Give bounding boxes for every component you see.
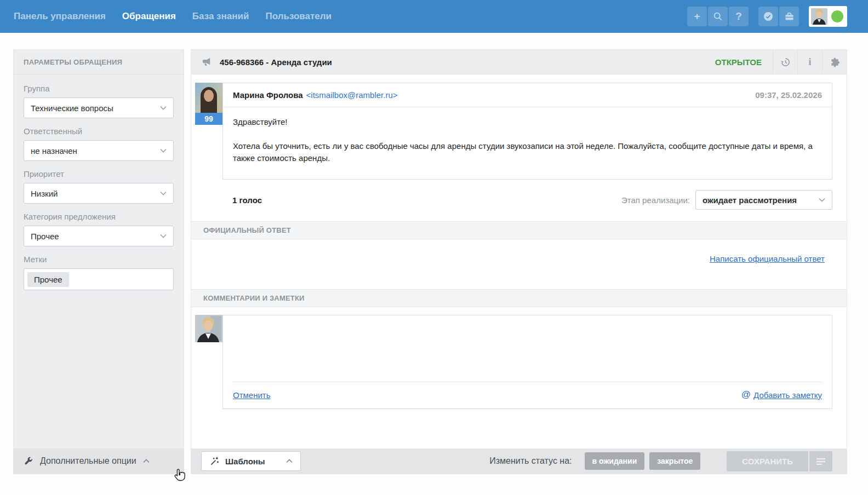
status-pending-button[interactable]: в ожидании bbox=[585, 452, 645, 470]
message-timestamp: 09:37, 25.02.2026 bbox=[755, 90, 822, 100]
sidebar-fields: Группа Технические вопросы Ответственный… bbox=[14, 74, 184, 448]
tags-label: Метки bbox=[24, 255, 174, 264]
chevron-up-icon bbox=[143, 459, 150, 463]
online-status-dot bbox=[831, 10, 843, 22]
comments-header: КОММЕНТАРИИ И ЗАМЕТКИ bbox=[191, 289, 847, 307]
agent-avatar-block bbox=[195, 315, 222, 409]
write-official-answer-link[interactable]: Написать официальный ответ bbox=[710, 254, 825, 263]
chevron-up-icon bbox=[286, 459, 293, 463]
new-comment: Отменить @ Добавить заметку bbox=[191, 307, 847, 409]
message-author-email[interactable]: <itsmailbox@rambler.ru> bbox=[306, 90, 398, 100]
votes-count: 1 голос bbox=[232, 195, 262, 205]
message-greeting: Здравствуйте! bbox=[233, 116, 822, 128]
tag-chip[interactable]: Прочее bbox=[27, 272, 69, 287]
ticket-body: 99 Марина Фролова <itsmailbox@rambler.ru… bbox=[191, 74, 847, 448]
comment-editor-card: Отменить @ Добавить заметку bbox=[222, 315, 832, 409]
ticket-footer-bar: Шаблоны Изменить статус на: в ожидании з… bbox=[191, 448, 847, 474]
category-label: Категория предложения bbox=[24, 212, 174, 221]
chevron-down-icon bbox=[160, 234, 167, 238]
content-area: ПАРАМЕТРЫ ОБРАЩЕНИЯ Группа Технические в… bbox=[0, 33, 868, 474]
history-button[interactable] bbox=[773, 50, 797, 74]
customer-avatar-block: 99 bbox=[195, 83, 222, 180]
approvals-button[interactable] bbox=[758, 7, 778, 26]
integrations-button[interactable] bbox=[822, 50, 847, 74]
priority-value: Низкий bbox=[31, 189, 58, 198]
additional-options-toggle[interactable]: Дополнительные опции bbox=[14, 448, 184, 474]
user-menu[interactable] bbox=[809, 6, 847, 27]
message-header: Марина Фролова <itsmailbox@rambler.ru> 0… bbox=[223, 83, 832, 107]
workspace-button[interactable] bbox=[779, 7, 799, 26]
ticket-count-badge: 99 bbox=[195, 113, 222, 125]
stage-value: ожидает рассмотрения bbox=[703, 195, 797, 205]
stage-control: Этап реализации: ожидает рассмотрения bbox=[621, 190, 832, 210]
question-icon: ? bbox=[735, 10, 742, 22]
category-value: Прочее bbox=[31, 232, 59, 241]
message-text: Хотела бы уточнить, есть ли у вас свобод… bbox=[233, 140, 822, 164]
ticket-header: 456-968366 - Аренда студии ОТКРЫТОЕ i bbox=[191, 50, 847, 74]
puzzle-icon bbox=[830, 57, 840, 67]
main-nav: Панель управления Обращения База знаний … bbox=[14, 11, 332, 22]
additional-options-label: Дополнительные опции bbox=[40, 456, 136, 466]
assignee-value: не назначен bbox=[31, 146, 77, 156]
status-change-group: Изменить статус на: в ожидании закрытое … bbox=[489, 451, 832, 471]
nav-dashboard[interactable]: Панель управления bbox=[14, 11, 106, 22]
search-button[interactable] bbox=[708, 7, 728, 26]
nav-users[interactable]: Пользователи bbox=[265, 11, 332, 22]
templates-label: Шаблоны bbox=[225, 457, 265, 466]
megaphone-icon bbox=[201, 56, 213, 68]
helpdesk-app: Панель управления Обращения База знаний … bbox=[0, 0, 868, 495]
templates-button[interactable]: Шаблоны bbox=[201, 451, 301, 471]
votes-row: 1 голос Этап реализации: ожидает рассмот… bbox=[191, 180, 847, 210]
stage-select[interactable]: ожидает рассмотрения bbox=[695, 190, 832, 210]
agent-avatar bbox=[195, 315, 222, 342]
assignee-label: Ответственный bbox=[24, 126, 174, 136]
ticket-panel: 456-968366 - Аренда студии ОТКРЫТОЕ i bbox=[191, 49, 847, 474]
status-closed-button[interactable]: закрытое bbox=[649, 452, 700, 470]
help-button[interactable]: ? bbox=[729, 7, 749, 26]
user-avatar bbox=[811, 8, 827, 25]
stage-label: Этап реализации: bbox=[621, 195, 690, 205]
at-icon: @ bbox=[741, 389, 751, 400]
change-status-label: Изменить статус на: bbox=[489, 456, 572, 466]
add-note-label: Добавить заметку bbox=[753, 390, 822, 400]
comment-textarea[interactable] bbox=[223, 315, 832, 382]
history-icon bbox=[780, 57, 791, 67]
priority-select[interactable]: Низкий bbox=[24, 183, 174, 204]
save-button[interactable]: СОХРАНИТЬ bbox=[727, 451, 808, 471]
message-card: Марина Фролова <itsmailbox@rambler.ru> 0… bbox=[222, 83, 832, 180]
chevron-down-icon bbox=[160, 191, 167, 195]
hamburger-icon bbox=[816, 457, 826, 465]
comment-actions: Отменить @ Добавить заметку bbox=[223, 382, 832, 408]
category-select[interactable]: Прочее bbox=[24, 226, 174, 246]
assignee-select[interactable]: не назначен bbox=[24, 140, 174, 161]
nav-tickets[interactable]: Обращения bbox=[122, 11, 176, 22]
tags-input[interactable]: Прочее bbox=[24, 268, 174, 290]
message-body: Здравствуйте! Хотела бы уточнить, есть л… bbox=[223, 107, 832, 179]
chevron-down-icon bbox=[819, 198, 825, 202]
magic-wand-icon bbox=[209, 456, 220, 467]
info-icon: i bbox=[808, 56, 811, 68]
add-note-link[interactable]: @ Добавить заметку bbox=[741, 389, 822, 400]
chevron-down-icon bbox=[160, 148, 167, 153]
search-icon bbox=[713, 11, 723, 21]
nav-knowledge-base[interactable]: База знаний bbox=[192, 11, 249, 22]
priority-label: Приоритет bbox=[24, 169, 174, 179]
wrench-icon bbox=[24, 456, 33, 466]
sidebar-title: ПАРАМЕТРЫ ОБРАЩЕНИЯ bbox=[14, 50, 184, 74]
briefcase-icon bbox=[784, 11, 795, 22]
official-answer-header: ОФИЦИАЛЬНЫЙ ОТВЕТ bbox=[191, 221, 847, 239]
save-button-group: СОХРАНИТЬ bbox=[727, 451, 832, 471]
ticket-parameters-sidebar: ПАРАМЕТРЫ ОБРАЩЕНИЯ Группа Технические в… bbox=[13, 49, 184, 474]
cancel-link[interactable]: Отменить bbox=[233, 390, 271, 400]
customer-message: 99 Марина Фролова <itsmailbox@rambler.ru… bbox=[191, 74, 847, 180]
save-options-button[interactable] bbox=[809, 451, 832, 471]
ticket-status-badge: ОТКРЫТОЕ bbox=[715, 57, 762, 67]
badge-check-icon bbox=[763, 11, 774, 22]
add-button[interactable]: + bbox=[687, 7, 707, 26]
topbar-actions: + ? bbox=[686, 6, 847, 27]
official-answer-area: Написать официальный ответ bbox=[191, 239, 847, 278]
top-navigation-bar: Панель управления Обращения База знаний … bbox=[0, 0, 868, 33]
info-button[interactable]: i bbox=[797, 50, 822, 74]
group-select[interactable]: Технические вопросы bbox=[24, 97, 174, 118]
ticket-title: 456-968366 - Аренда студии bbox=[220, 57, 332, 67]
